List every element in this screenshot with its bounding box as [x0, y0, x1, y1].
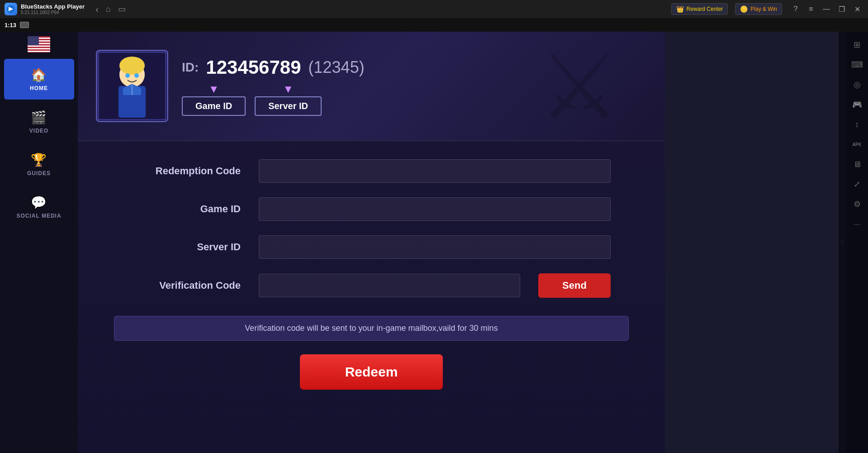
- sidebar-item-video[interactable]: 🎬 VIDEO: [4, 101, 74, 142]
- server-id-number: (12345): [308, 58, 365, 77]
- sidebar-social-label: SOCIAL MEDIA: [16, 213, 61, 219]
- svg-point-17: [125, 73, 130, 78]
- video-icon: 🎬: [31, 110, 47, 125]
- redeem-wrapper: Redeem: [78, 354, 665, 390]
- sidebar-home-label: HOME: [30, 85, 48, 91]
- right-icon-resize[interactable]: ↕: [849, 116, 866, 133]
- right-icon-gamepad[interactable]: 🎮: [849, 96, 866, 113]
- right-sidebar: ⊞ ⌨ ◎ 🎮 ↕ APK 🖥 ⤢ ⚙ ···: [846, 32, 868, 453]
- redemption-code-row: Redemption Code: [132, 159, 611, 183]
- expand-handle[interactable]: ⋮: [839, 32, 846, 453]
- svg-text:★★★★★★: ★★★★★★: [28, 42, 40, 45]
- verification-code-row: Verification Code Send: [132, 273, 611, 298]
- close-button[interactable]: ✕: [851, 3, 863, 15]
- minimize-button[interactable]: —: [820, 3, 833, 15]
- title-text: BlueStacks App Player 5.21.111.1002 P64: [21, 3, 85, 15]
- game-content: ⚔: [78, 32, 665, 453]
- home-icon: 🏠: [31, 67, 47, 82]
- sidebar-guides-label: GUIDES: [27, 170, 51, 176]
- time-bar: 1:13: [0, 18, 868, 32]
- svg-text:★★★★★★: ★★★★★★: [28, 38, 40, 40]
- sidebar-video-label: VIDEO: [29, 128, 48, 134]
- game-id-wrapper: ▼ Game ID: [182, 84, 246, 116]
- background-art: ⚔: [539, 32, 620, 140]
- title-bar-right: 👑 Reward Center 🪙 Play & Win ? ≡ — ❐ ✕: [671, 3, 863, 15]
- game-id-input[interactable]: [259, 197, 611, 221]
- help-button[interactable]: ?: [789, 3, 802, 15]
- server-id-form-label: Server ID: [132, 241, 241, 253]
- redeem-button[interactable]: Redeem: [300, 354, 443, 390]
- time-display: 1:13: [5, 22, 16, 29]
- svg-point-16: [119, 57, 145, 75]
- reward-center-button[interactable]: 👑 Reward Center: [671, 3, 728, 15]
- server-id-row: Server ID: [132, 235, 611, 259]
- trophy-icon: 🏆: [31, 153, 47, 167]
- right-icon-keyboard[interactable]: ⌨: [849, 56, 866, 73]
- id-display: ID: 123456789 (12345): [182, 57, 365, 78]
- play-win-button[interactable]: 🪙 Play & Win: [735, 3, 782, 15]
- server-id-arrow: ▼: [283, 84, 294, 95]
- right-icon-apk[interactable]: APK: [849, 136, 866, 153]
- right-icon-camera[interactable]: ◎: [849, 76, 866, 93]
- hero-avatar: [96, 50, 168, 122]
- verification-code-input[interactable]: [259, 274, 520, 297]
- id-label: ID:: [182, 60, 199, 75]
- hero-header: ⚔: [78, 32, 665, 140]
- sidebar-item-social[interactable]: 💬 SOCIAL MEDIA: [4, 186, 74, 227]
- title-bar: BlueStacks App Player 5.21.111.1002 P64 …: [0, 0, 868, 18]
- send-button[interactable]: Send: [538, 273, 611, 298]
- svg-rect-9: [28, 36, 39, 45]
- svg-rect-8: [28, 51, 50, 52]
- game-id-form-label: Game ID: [132, 203, 241, 215]
- sidebar-item-guides[interactable]: 🏆 GUIDES: [4, 144, 74, 185]
- verification-code-label: Verification Code: [132, 280, 241, 291]
- back-button[interactable]: ‹: [95, 4, 99, 14]
- sidebar-item-home[interactable]: 🏠 HOME: [4, 59, 74, 100]
- crown-icon: 👑: [676, 5, 684, 13]
- game-id-button[interactable]: Game ID: [182, 96, 246, 116]
- server-id-wrapper: ▼ Server ID: [255, 84, 322, 116]
- window-controls: ? ≡ — ❐ ✕: [789, 3, 863, 15]
- server-id-button[interactable]: Server ID: [255, 96, 322, 116]
- redemption-code-label: Redemption Code: [132, 165, 241, 177]
- menu-button[interactable]: ≡: [805, 3, 817, 15]
- keyboard-icon: [20, 22, 29, 28]
- info-text: Verification code will be sent to your i…: [245, 324, 498, 333]
- svg-rect-6: [28, 46, 50, 47]
- right-icon-screenshot[interactable]: 🖥: [849, 156, 866, 173]
- history-button[interactable]: ▭: [118, 4, 126, 14]
- sidebar: ★★★★★★ ★★★★★ ★★★★★★ 🏠 HOME 🎬 VIDEO 🏆 GUI…: [0, 32, 78, 453]
- hero-info: ID: 123456789 (12345) ▼ Game ID ▼ Server…: [182, 57, 365, 116]
- svg-text:★★★★★: ★★★★★: [29, 40, 39, 43]
- player-id-number: 123456789: [206, 57, 301, 78]
- maximize-button[interactable]: ❐: [835, 3, 848, 15]
- redemption-code-input[interactable]: [259, 159, 611, 183]
- social-icon: 💬: [31, 195, 47, 210]
- info-box: Verification code will be sent to your i…: [114, 316, 629, 341]
- title-bar-nav: ‹ ⌂ ▭: [95, 4, 126, 14]
- expand-dots-icon: ⋮: [840, 240, 844, 245]
- id-buttons: ▼ Game ID ▼ Server ID: [182, 84, 365, 116]
- language-flag[interactable]: ★★★★★★ ★★★★★ ★★★★★★: [28, 36, 50, 52]
- right-icon-scale[interactable]: ⤢: [849, 176, 866, 193]
- game-id-row: Game ID: [132, 197, 611, 221]
- right-icon-settings[interactable]: ⚙: [849, 196, 866, 213]
- svg-point-18: [134, 73, 139, 78]
- form-section: Redemption Code Game ID Server ID Verifi…: [78, 141, 665, 316]
- home-nav-button[interactable]: ⌂: [106, 5, 111, 14]
- title-bar-left: BlueStacks App Player 5.21.111.1002 P64 …: [5, 3, 126, 15]
- coin-icon: 🪙: [740, 5, 748, 13]
- bluestacks-logo: [5, 3, 17, 15]
- svg-rect-7: [28, 48, 50, 49]
- right-icon-more[interactable]: ···: [849, 215, 866, 233]
- game-id-arrow: ▼: [209, 84, 219, 95]
- server-id-input[interactable]: [259, 235, 611, 259]
- right-icon-grid[interactable]: ⊞: [849, 36, 866, 53]
